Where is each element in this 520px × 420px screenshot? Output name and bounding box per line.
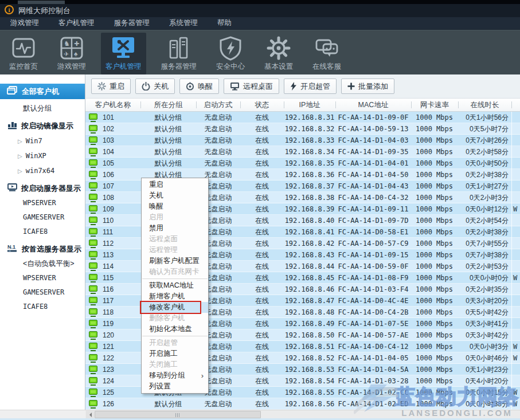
table-row[interactable]: 102默认分组无盘启动在线192.168.8.32FC-AA-14-D0-59-… (85, 123, 520, 135)
context-menu-item[interactable]: 初始化本地盘 (142, 324, 208, 335)
status-cell: 在线 (240, 352, 284, 364)
title-bar: i 网维大师控制台 (0, 0, 520, 17)
window-top-tab (18, 1, 65, 4)
action-button[interactable]: 关机 (135, 78, 175, 94)
column-header[interactable]: 启动方式 (196, 99, 240, 111)
ip-cell: 192.168.8.35 (284, 158, 335, 169)
clipped-next-column-cell (511, 375, 520, 387)
ribbon-item[interactable]: 客户机管理 (101, 33, 146, 74)
client-monitor-icon (89, 205, 97, 214)
ip-cell: 192.168.8.49 (284, 318, 335, 329)
sidebar-item[interactable]: ICAFE8 (0, 300, 85, 314)
context-menu-item[interactable]: 列设置 (142, 381, 208, 392)
table-row[interactable]: 104默认分组无盘启动在线192.168.8.34FC-AA-14-D1-09-… (85, 146, 520, 158)
status-cell: 在线 (240, 375, 284, 387)
client-monitor-icon (89, 171, 97, 179)
context-menu-item[interactable]: 修改客户机 (142, 302, 208, 313)
sidebar-group-header[interactable]: 按启动服务器显示 (0, 181, 85, 196)
client-name-cell: 101 (85, 112, 140, 123)
table-row[interactable]: 101默认分组无盘启动在线192.168.8.31FC-AA-14-D1-09-… (85, 112, 520, 123)
sidebar-item[interactable]: GAMESERVER (0, 285, 85, 300)
expand-arrow-icon[interactable]: ▷ (18, 168, 22, 174)
ribbon-item[interactable]: ♞✚✈♠游戏管理 (53, 33, 91, 74)
context-menu-item[interactable]: 唤醒 (142, 201, 208, 212)
clipped-next-column-cell (511, 158, 520, 169)
scroll-left-arrow-icon[interactable] (86, 411, 94, 418)
context-menu-item[interactable]: 移动到分组 (142, 370, 208, 381)
action-button[interactable]: 重启 (91, 78, 131, 94)
action-button[interactable]: 远程桌面 (224, 78, 279, 94)
menubar-item[interactable]: 系统管理 (169, 18, 198, 28)
sidebar-item[interactable]: WPSERVER (0, 196, 85, 210)
status-cell: 在线 (240, 135, 284, 146)
sidebar-item[interactable]: <自动负载平衡> (0, 257, 85, 271)
nic-speed-cell: 1000 Mbps (411, 112, 458, 123)
ribbon-item[interactable]: 在线客服 (308, 33, 346, 74)
sidebar-item-label: WPSERVER (23, 199, 56, 207)
table-row[interactable]: 126默认分组无盘启动在线192.168.8.56FC-AA-14-D1-02-… (85, 398, 520, 410)
menubar-item[interactable]: 帮助 (217, 18, 232, 28)
client-monitor-icon (89, 400, 97, 409)
action-button[interactable]: 唤醒 (179, 78, 219, 94)
ribbon-item[interactable]: 服务器管理 (157, 33, 202, 74)
context-menu-item[interactable]: 新增客户机 (142, 291, 208, 302)
nic-speed-cell: 1000 Mbps (411, 352, 458, 364)
sidebar-item[interactable]: GAMESERVER (0, 210, 85, 225)
client-monitor-icon (89, 354, 97, 363)
context-menu-item[interactable]: 获取MAC地址 (142, 280, 208, 291)
column-header[interactable] (511, 99, 520, 111)
menubar-item[interactable]: 客户机管理 (58, 18, 95, 28)
column-header[interactable]: MAC地址 (335, 99, 411, 111)
expand-arrow-icon[interactable]: ▷ (18, 153, 22, 159)
sidebar-tree-item[interactable]: ▷WinXP (0, 148, 85, 163)
ribbon-item[interactable]: 基本设置 (260, 33, 298, 74)
sidebar-item[interactable]: WPSERVER (0, 271, 85, 285)
mac-cell: FC-AA-14-D0-C4-32 (335, 192, 411, 203)
column-header[interactable]: 在线时长 (458, 99, 511, 111)
ip-cell: 192.168.8.40 (284, 215, 335, 226)
table-row[interactable]: 105默认分组无盘启动在线192.168.8.35FC-AA-14-D1-04-… (85, 158, 520, 169)
context-menu-item[interactable]: 关机 (142, 190, 208, 201)
column-header[interactable]: IP地址 (284, 99, 335, 111)
mac-cell: FC-AA-14-D1-03-28 (335, 375, 411, 387)
clipped-next-column-cell (511, 318, 520, 329)
context-menu-item[interactable]: 禁用 (142, 223, 208, 234)
client-monitor-icon (89, 136, 97, 145)
status-cell: 在线 (240, 215, 284, 226)
ribbon-item[interactable]: 安全中心 (212, 33, 249, 74)
column-header[interactable]: 所在分组 (140, 99, 196, 111)
online-time-cell: 0天1小时27分 (458, 180, 511, 192)
sidebar-item[interactable]: 默认分组 (0, 101, 85, 116)
menubar-item[interactable]: 服务器管理 (114, 18, 150, 28)
context-menu-item[interactable]: 刷新客户机配置 (142, 256, 208, 266)
sidebar-tree-item[interactable]: ▷win7x64 (0, 163, 85, 178)
table-row[interactable]: 103默认分组无盘启动在线192.168.8.33FC-AA-14-D1-04-… (85, 135, 520, 146)
sidebar-group-header[interactable]: 按启动镜像显示 (0, 119, 85, 134)
column-header[interactable]: 网卡速率 (411, 99, 458, 111)
ribbon-item[interactable]: 监控首页 (5, 33, 42, 74)
scrollbar-thumb[interactable] (95, 411, 261, 418)
action-button[interactable]: 批量添加 (341, 78, 394, 94)
sidebar-item[interactable]: ICAFE8 (0, 225, 85, 239)
expand-arrow-icon[interactable]: ▷ (18, 138, 22, 144)
horizontal-scrollbar[interactable] (85, 410, 520, 418)
ip-cell: 192.168.8.44 (284, 261, 335, 272)
context-menu-item[interactable]: 重启 (142, 179, 208, 190)
sidebar-group-header[interactable]: N.1按首选服务器显示 (0, 242, 85, 257)
sidebar-tree-item[interactable]: ▷Win7 (0, 134, 85, 148)
menubar-item[interactable]: 游戏管理 (10, 18, 39, 28)
column-header[interactable]: 客户机名称 (85, 99, 140, 111)
clipped-next-column-cell (511, 169, 520, 180)
sidebar-item-label: <自动负载平衡> (23, 260, 75, 268)
action-button[interactable]: 开启超管 (284, 78, 337, 94)
sidebar-item-selected[interactable]: 全部客户机 (0, 84, 85, 99)
column-header[interactable]: 状态 (240, 99, 284, 111)
context-menu-item[interactable]: 开启施工 (142, 348, 208, 359)
client-name: 108 (103, 192, 114, 203)
client-name: 114 (103, 261, 114, 272)
client-name: 119 (103, 318, 114, 329)
sidebar-item-label: win7x64 (26, 167, 55, 175)
svg-text:♠: ♠ (74, 50, 78, 58)
ip-cell: 192.168.8.56 (284, 398, 335, 410)
boot-mode-cell: 无盘启动 (196, 112, 240, 123)
